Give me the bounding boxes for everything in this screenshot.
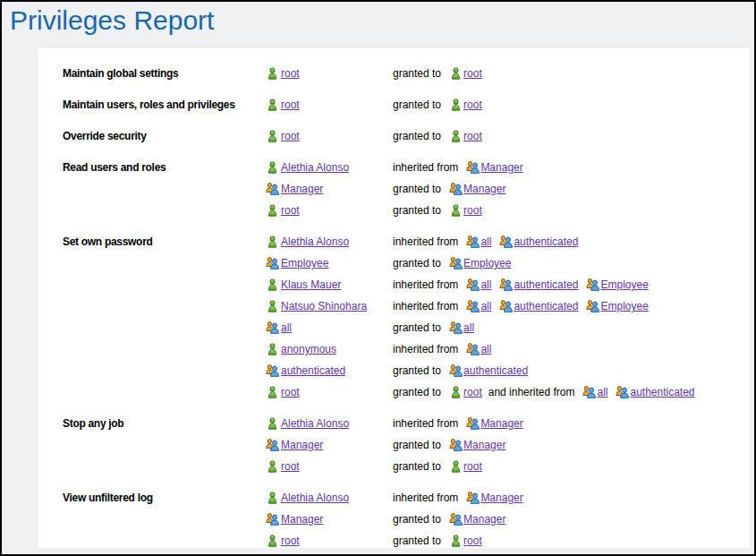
relation-text: inherited from	[393, 417, 458, 430]
privilege-row: Natsuo Shinoharainherited fromallauthent…	[63, 295, 750, 317]
linked-entity: Manager	[447, 183, 505, 195]
user-icon	[447, 130, 463, 142]
linked-entity: root	[447, 460, 482, 473]
role-icon	[264, 513, 281, 526]
user-icon	[264, 300, 281, 312]
relation-text: granted to	[393, 439, 441, 451]
role-link[interactable]: authenticated	[281, 364, 345, 377]
privilege-row: Stop any jobAlethia Alonsoinherited from…	[63, 413, 750, 434]
user-link[interactable]: root	[463, 98, 482, 111]
user-link[interactable]: root	[463, 535, 482, 547]
role-link[interactable]: authenticated	[630, 386, 694, 398]
user-link[interactable]: Alethia Alonso	[281, 417, 349, 430]
user-link[interactable]: root	[281, 460, 300, 473]
role-link[interactable]: all	[597, 386, 607, 398]
role-icon	[464, 235, 480, 248]
relation-cell: inherited fromManager	[393, 492, 750, 504]
privilege-row: Override securityrootgranted toroot	[63, 125, 750, 147]
role-link[interactable]: Employee	[600, 300, 648, 312]
privilege-row: Maintain global settingsrootgranted toro…	[63, 63, 750, 84]
user-icon	[447, 386, 463, 398]
relation-cell: granted toroot	[393, 130, 750, 142]
linked-entity: authenticated	[497, 278, 578, 291]
relation-text: granted to	[393, 321, 441, 334]
role-link[interactable]: all	[480, 343, 491, 355]
role-link[interactable]: all	[480, 278, 491, 291]
user-link[interactable]: root	[463, 130, 482, 142]
user-link[interactable]: root	[281, 67, 300, 80]
role-link[interactable]: Manager	[480, 417, 522, 430]
subject-cell: Alethia Alonso	[264, 161, 393, 174]
role-link[interactable]: all	[480, 235, 491, 248]
role-link[interactable]: Manager	[281, 439, 323, 451]
role-icon	[464, 278, 480, 291]
user-link[interactable]: root	[281, 130, 300, 142]
subject-cell: Manager	[264, 183, 393, 195]
role-link[interactable]: Manager	[480, 492, 522, 504]
user-link[interactable]: root	[281, 386, 300, 398]
user-icon	[447, 535, 463, 547]
role-icon	[581, 386, 597, 398]
role-link[interactable]: authenticated	[463, 364, 528, 377]
relation-cell: inherited fromallauthenticated	[393, 235, 750, 248]
relation-text: granted to	[393, 364, 441, 377]
relation-text: granted to	[393, 204, 441, 217]
role-link[interactable]: authenticated	[514, 278, 578, 291]
user-link[interactable]: root	[463, 460, 482, 473]
privilege-row: Managergranted toManager	[63, 434, 750, 456]
user-link[interactable]: root	[281, 535, 300, 547]
role-link[interactable]: Employee	[281, 257, 328, 269]
user-link[interactable]: root	[281, 98, 300, 111]
linked-entity: authenticated	[497, 235, 578, 248]
user-icon	[264, 161, 281, 174]
subject-cell: root	[264, 98, 393, 111]
user-link[interactable]: root	[281, 204, 300, 217]
role-link[interactable]: Manager	[463, 513, 505, 526]
user-icon	[264, 130, 281, 142]
role-icon	[447, 321, 463, 334]
user-link[interactable]: Alethia Alonso	[281, 235, 349, 248]
relation-text: inherited from	[393, 161, 458, 174]
user-link[interactable]: Alethia Alonso	[281, 161, 349, 174]
role-link[interactable]: Manager	[463, 183, 505, 195]
linked-entity: all	[464, 235, 491, 248]
role-link[interactable]: authenticated	[514, 300, 578, 312]
user-icon	[264, 535, 281, 547]
role-link[interactable]: Manager	[281, 513, 323, 526]
user-link[interactable]: root	[463, 67, 482, 80]
role-link[interactable]: all	[480, 300, 491, 312]
role-link[interactable]: Employee	[463, 257, 511, 269]
role-link[interactable]: Manager	[281, 183, 323, 195]
role-link[interactable]: all	[463, 321, 474, 334]
subject-cell: root	[264, 535, 393, 547]
relation-text: granted to	[393, 513, 441, 526]
subject-cell: root	[264, 386, 393, 398]
relation-cell: inherited fromallauthenticatedEmployee	[393, 278, 750, 291]
privilege-name: Maintain users, roles and privileges	[63, 98, 264, 111]
user-link[interactable]: root	[463, 386, 482, 398]
role-link[interactable]: authenticated	[514, 235, 578, 248]
linked-entity: Manager	[464, 161, 522, 174]
role-icon	[264, 257, 281, 269]
user-icon	[447, 204, 463, 217]
role-link[interactable]: Manager	[463, 439, 505, 451]
role-link[interactable]: Employee	[600, 278, 648, 291]
user-link[interactable]: root	[463, 204, 482, 217]
subject-cell: authenticated	[264, 364, 393, 377]
subject-cell: Manager	[264, 439, 393, 451]
relation-text: granted to	[393, 257, 441, 269]
role-link[interactable]: all	[281, 321, 292, 334]
user-link[interactable]: Natsuo Shinohara	[281, 300, 367, 312]
privilege-row: Managergranted toManager	[63, 178, 750, 200]
subject-cell: Manager	[264, 513, 393, 526]
user-link[interactable]: Klaus Mauer	[281, 278, 341, 291]
relation-text: inherited from	[393, 235, 458, 248]
subject-cell: root	[264, 460, 393, 473]
role-icon	[447, 257, 463, 269]
linked-entity: Manager	[464, 492, 522, 504]
user-link[interactable]: Alethia Alonso	[281, 492, 349, 504]
relation-cell: inherited fromall	[393, 343, 750, 355]
subject-cell: root	[264, 204, 393, 217]
user-link[interactable]: anonymous	[281, 343, 336, 355]
role-link[interactable]: Manager	[480, 161, 522, 174]
